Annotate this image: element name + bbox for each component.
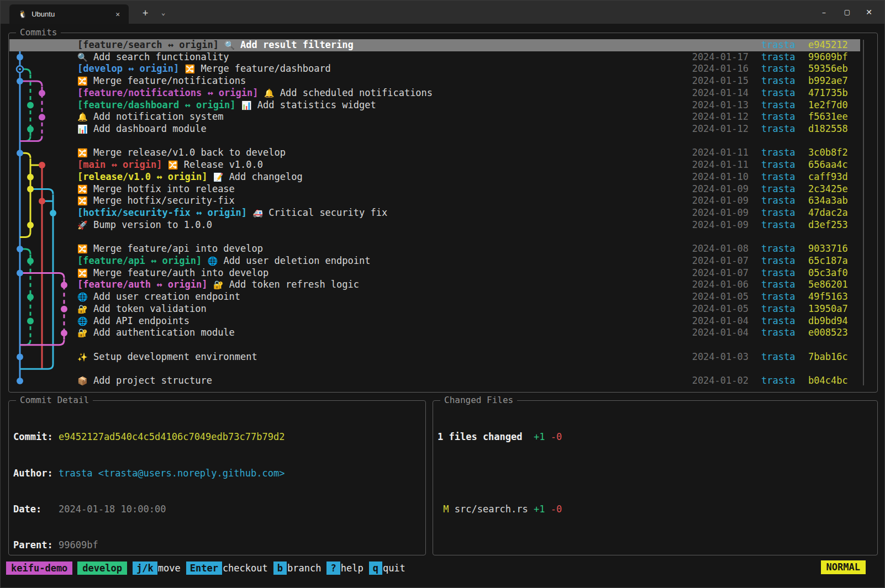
commit-author: trasta — [761, 303, 800, 315]
tab-ubuntu[interactable]: 🐧 Ubuntu ✕ — [9, 4, 129, 24]
commit-row[interactable]: 🔀 Merge feature/notifications2024-01-15t… — [9, 75, 860, 87]
commit-full-hash: e9452127ad540c4c5d4106c7049edb73c77b79d2 — [59, 431, 285, 442]
commit-type-icon: 🔔 — [264, 88, 275, 98]
commit-row[interactable]: 🌐 Add API endpoints2024-01-04trastadb9bd… — [9, 315, 860, 327]
tab-title: Ubuntu — [31, 10, 112, 18]
branch-label: [release/v1.0 ↔ origin] — [77, 171, 207, 182]
commit-row[interactable]: 📦 Add project structure2024-01-02trastab… — [9, 375, 860, 387]
commit-author: trasta — [761, 315, 800, 327]
commit-row[interactable]: 🔐 Add authentication module2024-01-04tra… — [9, 327, 860, 339]
commit-date: 2024-01-07 — [688, 267, 749, 279]
commit-row[interactable]: [feature/search ↔ origin] 🔍 Add result f… — [9, 39, 860, 51]
close-button[interactable]: ✕ — [860, 1, 878, 24]
commit-type-icon: 📊 — [241, 100, 252, 110]
commit-message: [feature/auth ↔ origin] 🔐 Add token refr… — [77, 279, 688, 291]
commit-author: trasta — [761, 327, 800, 339]
commit-row[interactable]: 🔀 Merge feature/auth into develop2024-01… — [9, 267, 860, 279]
commit-row[interactable]: 🚀 Bump version to 1.0.02024-01-09trastad… — [9, 219, 860, 231]
commit-message: 🔀 Merge hotfix into release — [77, 183, 688, 195]
commit-author: trasta — [761, 39, 800, 51]
parent-label: Parent: — [13, 539, 59, 552]
keybind-hint: Entercheckout — [186, 561, 268, 575]
commit-row[interactable]: [main ↔ origin] 🔀 Release v1.0.02024-01-… — [9, 159, 860, 171]
status-bar: keifu-demo develop j/kmoveEntercheckoutb… — [6, 560, 879, 575]
commit-row[interactable]: ✨ Setup development environment2024-01-0… — [9, 351, 860, 363]
commit-row[interactable]: 🔍 Add search functionality2024-01-17tras… — [9, 51, 860, 63]
commit-type-icon: 🔐 — [77, 328, 88, 338]
new-tab-button[interactable]: + — [138, 6, 153, 19]
commit-date: 2024-01-08 — [688, 243, 749, 255]
commit-row[interactable]: 🔐 Add token validation2024-01-05trasta13… — [9, 303, 860, 315]
commit-author: trasta — [761, 219, 800, 231]
commit-hash: b992ae7 — [808, 75, 854, 87]
commit-row[interactable]: [develop ↔ origin] 🔀 Merge feature/dashb… — [9, 63, 860, 75]
commit-hash: 99609bf — [808, 51, 854, 63]
commit-row[interactable]: 🔀 Merge hotfix/security-fix2024-01-09tra… — [9, 195, 860, 207]
commit-hash: 9033716 — [808, 243, 854, 255]
commit-author: trasta — [761, 171, 800, 183]
commit-date: 2024-01-14 — [688, 87, 749, 99]
commit-hash: 656aa4c — [808, 159, 854, 171]
date-label: Date: — [13, 504, 59, 516]
commit-row[interactable]: 🌐 Add user creation endpoint2024-01-05tr… — [9, 291, 860, 303]
branch-badge: develop — [77, 561, 127, 575]
commit-row-spacer — [9, 231, 860, 243]
commit-row[interactable]: [feature/dashboard ↔ origin] 📊 Add stati… — [9, 99, 860, 112]
commit-message: [feature/search ↔ origin] 🔍 Add result f… — [77, 39, 688, 51]
keybind-label: help — [341, 563, 364, 574]
commit-message-text: Merge feature/notifications — [93, 75, 246, 86]
commit-row[interactable]: 🔀 Merge feature/api into develop2024-01-… — [9, 243, 860, 255]
commit-row[interactable]: [feature/auth ↔ origin] 🔐 Add token refr… — [9, 279, 860, 291]
file-deletions: -0 — [551, 504, 562, 515]
commit-author: trasta — [761, 51, 800, 63]
tab-close-icon[interactable]: ✕ — [112, 9, 123, 19]
commit-message: 🔔 Add notification system — [77, 111, 688, 123]
commit-hash: 13950a7 — [808, 303, 854, 315]
commit-message-text: Add changelog — [229, 171, 303, 182]
commit-row[interactable]: 🔀 Merge hotfix into release2024-01-09tra… — [9, 183, 860, 195]
keybind-key: Enter — [186, 561, 222, 575]
commit-type-icon: 🔐 — [77, 304, 88, 314]
commit-hash: db9bd94 — [808, 315, 854, 327]
commit-message-text: Add user deletion endpoint — [223, 255, 370, 266]
commit-message: ✨ Setup development environment — [77, 351, 688, 363]
commit-hash: 65c187a — [808, 255, 854, 267]
commit-message-text: Add notification system — [93, 111, 223, 122]
tab-dropdown-icon[interactable]: ⌄ — [157, 8, 170, 18]
commit-row[interactable]: [hotfix/security-fix ↔ origin] 🚑 Critica… — [9, 207, 860, 219]
commit-message-text: Add scheduled notifications — [280, 87, 433, 98]
commit-row-spacer — [9, 363, 860, 375]
commit-row[interactable]: 📊 Add dashboard module2024-01-12trastad1… — [9, 123, 860, 135]
commit-hash: 1e2f7d0 — [808, 99, 854, 112]
commit-date: 2024-01-04 — [688, 327, 749, 339]
commit-row[interactable]: 🔀 Merge release/v1.0 back to develop2024… — [9, 147, 860, 159]
commit-message-text: Add result filtering — [240, 39, 354, 50]
changed-files-panel: Changed Files 1 files changed +1 -0 M sr… — [433, 400, 878, 555]
commit-row[interactable]: [release/v1.0 ↔ origin] 📝 Add changelog2… — [9, 171, 860, 183]
project-badge: keifu-demo — [6, 561, 72, 575]
maximize-button[interactable]: ▢ — [839, 1, 856, 24]
commit-type-icon: 🔀 — [77, 148, 88, 158]
changed-file-row[interactable]: M src/search.rs +1 -0 — [438, 504, 873, 516]
branch-label: [main ↔ origin] — [77, 159, 162, 170]
commit-type-icon: 🔍 — [224, 40, 235, 50]
commit-author: trasta — [761, 75, 800, 87]
commit-detail-title: Commit Detail — [16, 395, 93, 406]
commit-row[interactable]: [feature/api ↔ origin] 🌐 Add user deleti… — [9, 255, 860, 267]
commit-type-icon: 🔀 — [77, 184, 88, 194]
commit-date: 2024-01-07 — [688, 255, 749, 267]
commit-row[interactable]: 🔔 Add notification system2024-01-12trast… — [9, 111, 860, 123]
keybind-label: move — [158, 563, 181, 574]
commit-type-icon: ✨ — [77, 352, 88, 362]
commit-date: 2024-01-12 — [688, 111, 749, 123]
commits-scrollbar[interactable] — [863, 40, 864, 385]
commit-type-icon: 📝 — [213, 172, 224, 182]
minimize-button[interactable]: – — [816, 1, 831, 24]
keybind-key: q — [369, 561, 382, 575]
branch-label: [feature/notifications ↔ origin] — [77, 87, 259, 98]
commit-row[interactable]: [feature/notifications ↔ origin] 🔔 Add s… — [9, 87, 860, 99]
commit-detail-panel: Commit Detail Commit:e9452127ad540c4c5d4… — [8, 400, 426, 555]
commit-message-text: Add authentication module — [93, 327, 235, 338]
commit-message-text: Add user creation endpoint — [93, 291, 240, 302]
commit-message-text: Add token validation — [93, 303, 207, 314]
